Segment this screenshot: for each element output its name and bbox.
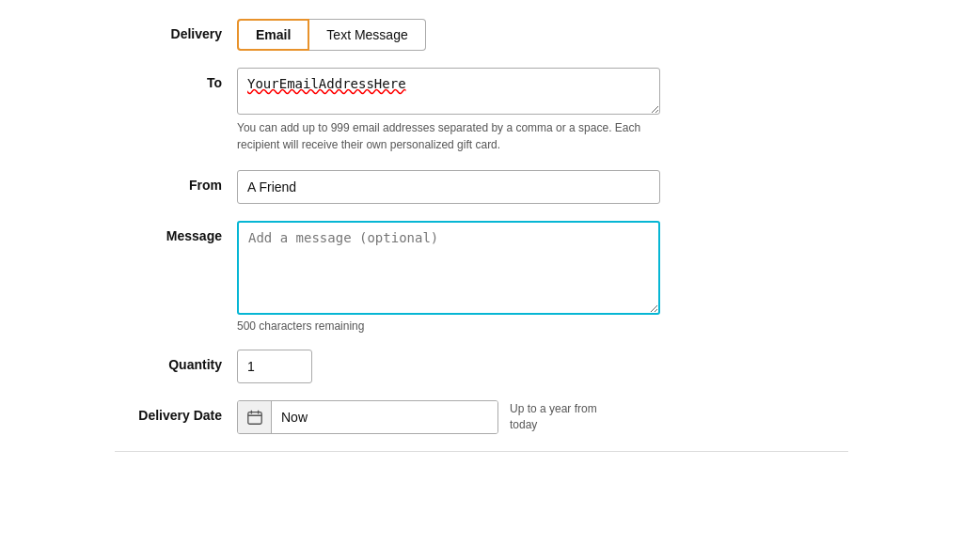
delivery-date-wrapper: Up to a year from today [237,400,848,434]
to-label: To [115,68,237,90]
quantity-content [237,350,848,383]
to-input[interactable]: YourEmailAddressHere [237,68,660,115]
from-content [237,170,848,204]
section-divider [115,451,848,452]
to-row: To YourEmailAddressHere You can add up t… [115,68,848,153]
email-tab-button[interactable]: Email [237,19,309,51]
delivery-label: Delivery [115,19,237,41]
message-input[interactable] [237,221,660,315]
calendar-icon [246,409,263,426]
text-message-tab-button[interactable]: Text Message [309,19,425,51]
quantity-row: Quantity [115,350,848,383]
delivery-row: Delivery Email Text Message [115,19,848,51]
date-hint: Up to a year from today [510,401,623,433]
chars-remaining-text: 500 characters remaining [237,319,848,333]
delivery-date-content: Up to a year from today [237,400,848,434]
message-row: Message 500 characters remaining [115,221,848,333]
gift-card-form: Delivery Email Text Message To YourEmail… [115,19,848,452]
date-input[interactable] [272,400,497,434]
svg-rect-0 [247,412,260,425]
delivery-date-row: Delivery Date Up to a year from today [115,400,848,434]
date-input-wrapper[interactable] [237,400,498,434]
message-label: Message [115,221,237,243]
message-content: 500 characters remaining [237,221,848,333]
quantity-input[interactable] [237,350,312,383]
delivery-content: Email Text Message [237,19,848,51]
to-hint: You can add up to 999 email addresses se… [237,119,660,153]
quantity-label: Quantity [115,350,237,372]
calendar-icon-box [238,400,272,434]
delivery-date-label: Delivery Date [115,400,237,423]
to-content: YourEmailAddressHere You can add up to 9… [237,68,848,153]
from-row: From [115,170,848,204]
from-input[interactable] [237,170,660,204]
delivery-buttons: Email Text Message [237,19,848,51]
from-label: From [115,170,237,193]
